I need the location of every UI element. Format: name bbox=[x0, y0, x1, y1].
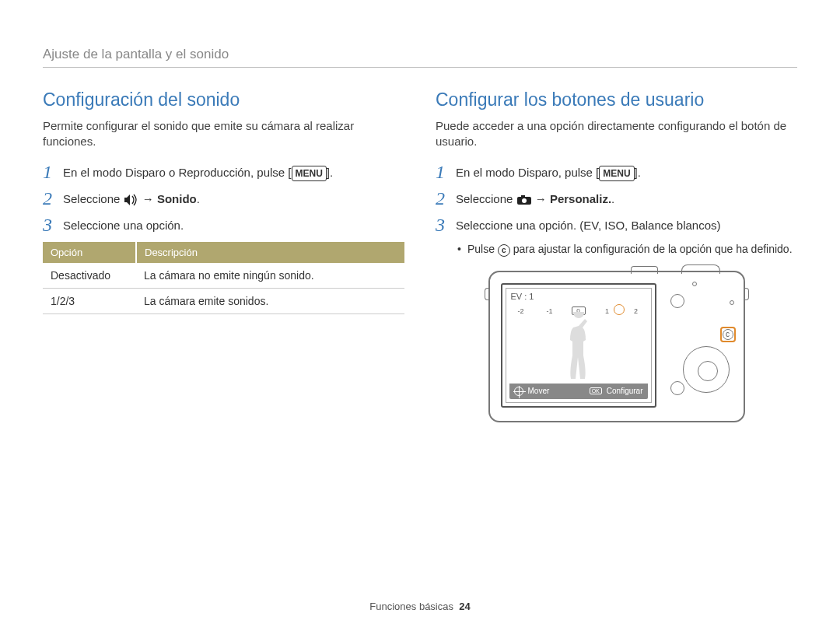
page-footer: Funciones básicas 24 bbox=[0, 601, 840, 612]
step-text: En el modo Disparo, pulse [ bbox=[456, 166, 599, 179]
sound-icon bbox=[124, 194, 139, 206]
cell-description: La cámara no emite ningún sonido. bbox=[136, 263, 404, 289]
step-text: . bbox=[197, 192, 200, 205]
step-2-left: 2 Seleccione → Sonido. bbox=[43, 189, 404, 208]
page-number: 24 bbox=[459, 601, 470, 612]
tick: 2 bbox=[629, 307, 643, 315]
menu-button-icon: MENU bbox=[292, 166, 327, 182]
step-number: 2 bbox=[436, 189, 456, 208]
section-title-sound: Configuración del sonido bbox=[43, 89, 404, 110]
screen-bottom-bar: Mover OK Configurar bbox=[509, 384, 648, 399]
c-button-icon: c bbox=[498, 244, 510, 257]
step-bold: Personaliz. bbox=[550, 192, 611, 205]
step-3-right: 3 Seleccione una opción. (EV, ISO, Balan… bbox=[436, 215, 797, 234]
ev-selector-icon bbox=[614, 304, 625, 315]
step-text: En el modo Disparo o Reproducción, pulse… bbox=[63, 166, 292, 179]
camera-button-icon bbox=[670, 381, 684, 395]
camera-screen: EV : 1 -2 -1 0 1 2 bbox=[501, 283, 656, 408]
dpad-icon bbox=[683, 346, 730, 393]
bullet-text: Pulse bbox=[467, 243, 498, 255]
ok-icon: OK bbox=[590, 387, 602, 394]
step-number: 1 bbox=[43, 163, 63, 181]
tick: 1 bbox=[600, 307, 614, 315]
sub-bullet: • Pulse c para ajustar la configuración … bbox=[457, 242, 797, 256]
step-text: Seleccione una opción. bbox=[63, 215, 184, 233]
step-number: 2 bbox=[43, 189, 63, 208]
section-title-userbtn: Configurar los botones de usuario bbox=[436, 89, 797, 110]
ev-label: EV : 1 bbox=[511, 292, 534, 301]
arrow: → bbox=[535, 192, 550, 205]
step-text: Seleccione bbox=[456, 192, 516, 205]
footer-section: Funciones básicas bbox=[369, 601, 453, 612]
th-option: Opción bbox=[43, 242, 136, 263]
cell-option: Desactivado bbox=[43, 263, 136, 289]
tick: -1 bbox=[543, 307, 557, 315]
cell-option: 1/2/3 bbox=[43, 289, 136, 314]
tick: -2 bbox=[514, 307, 528, 315]
step-3-left: 3 Seleccione una opción. bbox=[43, 215, 404, 234]
nav-icon bbox=[514, 387, 523, 396]
camera-led-icon bbox=[692, 282, 697, 286]
camera-button-icon bbox=[670, 294, 684, 308]
table-row: 1/2/3 La cámara emite sonidos. bbox=[43, 289, 404, 314]
mover-label: Mover bbox=[528, 387, 550, 395]
step-1-right: 1 En el modo Disparo, pulse [MENU]. bbox=[436, 163, 797, 181]
two-column-layout: Configuración del sonido Permite configu… bbox=[43, 89, 797, 422]
right-column: Configurar los botones de usuario Puede … bbox=[436, 89, 797, 422]
step-text: ]. bbox=[635, 166, 641, 179]
c-button-highlighted-icon bbox=[720, 327, 736, 342]
camera-illustration: EV : 1 -2 -1 0 1 2 bbox=[436, 271, 797, 422]
configurar-label: Configurar bbox=[607, 387, 643, 395]
camera-icon bbox=[516, 194, 532, 205]
svg-point-2 bbox=[522, 198, 527, 203]
step-number: 3 bbox=[436, 215, 456, 234]
intro-sound: Permite configurar el sonido que emite s… bbox=[43, 118, 404, 149]
bullet-text: para ajustar la configuración de la opci… bbox=[510, 243, 793, 255]
step-2-right: 2 Seleccione → Personaliz.. bbox=[436, 189, 797, 208]
page-header: Ajuste de la pantalla y el sonido bbox=[43, 47, 797, 68]
th-description: Descripción bbox=[136, 242, 404, 263]
step-1-left: 1 En el modo Disparo o Reproducción, pul… bbox=[43, 163, 404, 181]
camera-led-icon bbox=[730, 300, 734, 305]
svg-rect-1 bbox=[521, 195, 525, 198]
intro-userbtn: Puede acceder a una opción directamente … bbox=[436, 118, 797, 149]
bullet-dot: • bbox=[457, 242, 461, 256]
step-text: . bbox=[611, 192, 614, 205]
step-text: Seleccione bbox=[63, 192, 124, 205]
step-bold: Sonido bbox=[157, 192, 197, 205]
options-table: Opción Descripción Desactivado La cámara… bbox=[43, 242, 404, 314]
person-silhouette-icon bbox=[559, 312, 598, 382]
cell-description: La cámara emite sonidos. bbox=[136, 289, 404, 314]
step-text: ]. bbox=[327, 166, 333, 179]
arrow: → bbox=[142, 192, 157, 205]
menu-button-icon: MENU bbox=[599, 166, 634, 182]
table-row: Desactivado La cámara no emite ningún so… bbox=[43, 263, 404, 289]
step-number: 3 bbox=[43, 215, 63, 234]
step-text: Seleccione una opción. (EV, ISO, Balance… bbox=[456, 215, 721, 233]
step-number: 1 bbox=[436, 163, 456, 181]
left-column: Configuración del sonido Permite configu… bbox=[43, 89, 404, 422]
